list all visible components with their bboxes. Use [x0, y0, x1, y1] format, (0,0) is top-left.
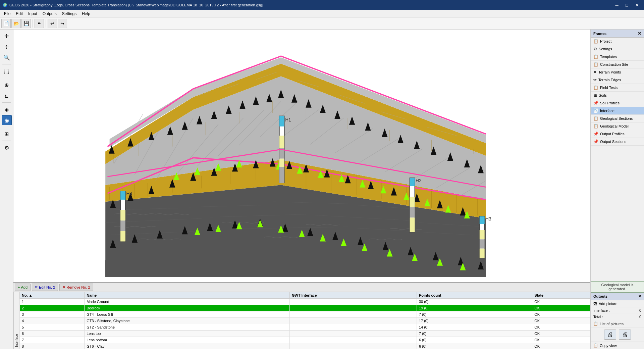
- table-row[interactable]: 2 Bedrock 19 (0) OK: [20, 305, 590, 311]
- table-row[interactable]: 5 GT2 - Sandstone 14 (0) OK: [20, 324, 590, 331]
- frame-project[interactable]: 📋 Project: [591, 38, 644, 45]
- frame-terrain-edges[interactable]: ✏ Terrain Edges: [591, 76, 644, 84]
- svg-text:H2: H2: [416, 178, 422, 183]
- move-tool-button[interactable]: ✛: [2, 31, 12, 41]
- frame-soil-profiles[interactable]: 📌 Soil Profiles: [591, 99, 644, 107]
- menu-file[interactable]: File: [1, 11, 13, 17]
- frame-geological-model[interactable]: 📋 Geological Model: [591, 122, 644, 130]
- cell-points: 14 (0): [417, 324, 532, 331]
- cell-name: Lens bottom: [85, 337, 290, 343]
- titlebar-title: GEOS 2020 - Stratigraphy (Logs, Cross Se…: [9, 3, 263, 7]
- view-3d-tool-button[interactable]: ◈: [2, 104, 12, 114]
- interface-side-label: Interface: [13, 292, 19, 349]
- measure-tool-button[interactable]: ⊾: [2, 91, 12, 101]
- save-button[interactable]: 💾: [21, 19, 31, 28]
- menu-edit[interactable]: Edit: [13, 11, 25, 17]
- titlebar-left: 🌍 GEOS 2020 - Stratigraphy (Logs, Cross …: [3, 3, 263, 7]
- cell-points: 6 (0): [417, 337, 532, 343]
- table-row[interactable]: 1 Made Ground 30 (0) OK: [20, 299, 590, 305]
- add-picture-item[interactable]: 🖼 Add picture: [591, 300, 644, 307]
- remove-interface-button[interactable]: ✕ Remove No. 2: [59, 284, 93, 291]
- canvas-view[interactable]: H1 H4 H2 H3: [13, 30, 590, 282]
- cell-no: 7: [20, 337, 85, 343]
- select-move-tool-button[interactable]: ⊹: [2, 42, 12, 52]
- add-interface-button[interactable]: + Add: [15, 284, 31, 291]
- toolbar: 📄 📂 💾 ✏ ↩ ↪: [0, 17, 644, 30]
- frame-output-profiles[interactable]: 📌 Output Profiles: [591, 130, 644, 138]
- cell-no: 3: [20, 311, 85, 318]
- svg-rect-172: [410, 207, 415, 217]
- menu-help[interactable]: Help: [79, 11, 93, 17]
- cell-gwt: [289, 337, 417, 343]
- frames-close-button[interactable]: ✕: [638, 31, 641, 36]
- select-rect-tool-button[interactable]: ⬚: [2, 66, 12, 76]
- menu-settings[interactable]: Settings: [59, 11, 79, 17]
- copy-view-item[interactable]: 📋 Copy view: [591, 342, 644, 349]
- frames-section: Frames ✕ 📋 Project ⚙ Settings 📋 Template…: [591, 30, 644, 281]
- menu-input[interactable]: Input: [25, 11, 40, 17]
- cell-name: GT3 - Siltstone, Claystone: [85, 318, 290, 324]
- print-button-1[interactable]: 🖨: [604, 330, 616, 340]
- edit-label: Edit No. 2: [39, 285, 55, 289]
- table-row[interactable]: 6 Lens top 7 (0) OK: [20, 331, 590, 337]
- interface-icon: 📉: [593, 108, 598, 113]
- bottom-panel: + Add ✏ Edit No. 2 ✕ Remove No. 2 Interf…: [13, 282, 590, 349]
- undo-button[interactable]: ↩: [48, 19, 57, 28]
- cell-gwt: [289, 305, 417, 311]
- cell-no: 1: [20, 299, 85, 305]
- menu-outputs[interactable]: Outputs: [40, 11, 59, 17]
- table-row[interactable]: 4 GT3 - Siltstone, Claystone 17 (0) OK: [20, 318, 590, 324]
- frame-templates[interactable]: 📋 Templates: [591, 53, 644, 61]
- grid-tool-button[interactable]: ⊞: [2, 129, 12, 139]
- col-state[interactable]: State: [532, 292, 590, 299]
- construction-icon: 📋: [593, 62, 598, 67]
- svg-rect-179: [480, 249, 485, 258]
- cell-gwt: [289, 324, 417, 331]
- output-profiles-icon: 📌: [593, 132, 598, 136]
- frame-soils[interactable]: ▦ Soils: [591, 92, 644, 99]
- outputs-close-button[interactable]: ✕: [638, 294, 641, 299]
- frame-construction-site[interactable]: 📋 Construction Site: [591, 61, 644, 68]
- col-name[interactable]: Name: [85, 292, 290, 299]
- svg-rect-165: [120, 210, 125, 220]
- cell-points: 30 (0): [417, 299, 532, 305]
- geological-sections-icon: 📋: [593, 116, 598, 121]
- minimize-button[interactable]: ─: [612, 2, 621, 8]
- print-button-2[interactable]: 🖨: [619, 330, 631, 340]
- geological-model-status: Geological model is generated.: [591, 281, 644, 293]
- add-point-tool-button[interactable]: ⊕: [2, 80, 12, 90]
- svg-rect-177: [480, 230, 485, 239]
- terrain-points-icon: ✕: [593, 70, 597, 74]
- right-panel: Frames ✕ 📋 Project ⚙ Settings 📋 Template…: [590, 30, 644, 349]
- col-no[interactable]: No. ▲: [20, 292, 85, 299]
- zoom-tool-button[interactable]: 🔍: [2, 52, 12, 62]
- col-gwt[interactable]: GWT Interface: [289, 292, 417, 299]
- main-layout: ✛ ⊹ 🔍 ⬚ ⊕ ⊾ ◈ ◉ ⊞ ⚙: [0, 30, 644, 349]
- edit-interface-button[interactable]: ✏ Edit No. 2: [32, 284, 58, 291]
- redo-button[interactable]: ↪: [58, 19, 67, 28]
- table-row[interactable]: 3 GT4 - Loess Silt 7 (0) OK: [20, 311, 590, 318]
- col-points[interactable]: Points count: [417, 292, 532, 299]
- frame-settings[interactable]: ⚙ Settings: [591, 45, 644, 53]
- maximize-button[interactable]: □: [623, 2, 631, 8]
- edit-mode-button[interactable]: ✏: [35, 19, 44, 28]
- svg-text:H1: H1: [285, 117, 291, 122]
- settings-tool-button[interactable]: ⚙: [2, 143, 12, 153]
- outputs-header: Outputs ✕: [591, 293, 644, 300]
- list-of-pictures-item[interactable]: 📋 List of pictures: [591, 320, 644, 328]
- table-container[interactable]: No. ▲ Name GWT Interface Points count St…: [19, 292, 590, 349]
- frame-interface[interactable]: 📉 Interface: [591, 107, 644, 115]
- interface-count-row: Interface : 0: [591, 307, 644, 314]
- frame-geological-sections[interactable]: 📋 Geological Sections: [591, 115, 644, 122]
- open-button[interactable]: 📂: [11, 19, 21, 28]
- frame-output-sections[interactable]: 📌 Output Sections: [591, 138, 644, 146]
- left-sep4: [2, 127, 11, 127]
- close-button[interactable]: ✕: [633, 2, 641, 8]
- view-3d-active-tool-button[interactable]: ◉: [2, 115, 12, 125]
- table-row[interactable]: 7 Lens bottom 6 (0) OK: [20, 337, 590, 343]
- new-button[interactable]: 📄: [1, 19, 11, 28]
- frame-field-tests[interactable]: 📋 Field Tests: [591, 84, 644, 92]
- table-row[interactable]: 8 GT6 - Clay 6 (0) OK: [20, 343, 590, 349]
- frame-terrain-points[interactable]: ✕ Terrain Points: [591, 68, 644, 76]
- cell-state: OK: [532, 331, 590, 337]
